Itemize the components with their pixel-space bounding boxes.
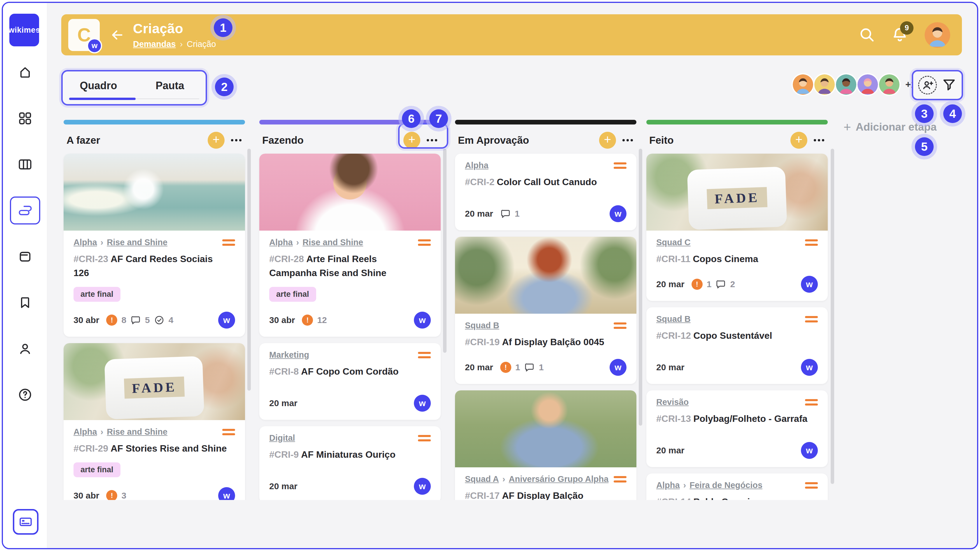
add-card-button[interactable]: + (599, 132, 616, 149)
link-separator: › (503, 474, 506, 484)
wikimee-logo[interactable]: wikimee (10, 14, 39, 46)
sidebar-item-profile[interactable] (10, 335, 40, 363)
drag-handle-icon[interactable] (614, 321, 627, 329)
member-avatar-member-1[interactable] (792, 73, 815, 96)
search-button[interactable] (858, 26, 875, 44)
drag-handle-icon[interactable] (614, 474, 627, 483)
add-card-button[interactable]: + (791, 132, 807, 149)
drag-handle-icon[interactable] (418, 238, 431, 246)
kanban-card[interactable]: Squad B#CRI-12Copo Sustentável20 marw (646, 307, 828, 384)
add-card-button[interactable]: + (403, 132, 420, 149)
overdue-count: 1 (707, 279, 712, 289)
breadcrumb-parent-link[interactable]: Demandas (133, 40, 176, 49)
back-button[interactable] (109, 27, 126, 43)
view-tabs: Quadro Pauta (61, 70, 207, 106)
card-project-link[interactable]: Rise and Shine (302, 238, 363, 247)
column-scrollbar[interactable] (830, 149, 834, 484)
member-avatar-member-3[interactable] (835, 73, 858, 96)
member-avatar-member-2[interactable] (813, 73, 836, 96)
card-footer: 20 marw (269, 395, 431, 412)
column-scrollbar[interactable] (639, 149, 642, 426)
card-project-link[interactable]: Alpha (465, 160, 488, 170)
kanban-card[interactable]: Alpha›Rise and Shine#CRI-28Arte Final Re… (259, 154, 441, 337)
drag-handle-icon[interactable] (418, 433, 431, 441)
member-avatar-member-5[interactable] (878, 73, 900, 96)
board-column-4: Feito+FADESquad C#CRI-11Copos Cinema20 m… (646, 120, 828, 500)
kanban-card[interactable]: Alpha›Rise and Shine#CRI-23AF Card Redes… (64, 154, 245, 337)
sidebar-item-projects[interactable] (10, 243, 40, 270)
kanban-card[interactable]: Alpha#CRI-2Color Call Out Canudo20 mar1w (455, 154, 636, 230)
sidebar-item-boards[interactable] (10, 151, 40, 178)
drag-handle-icon[interactable] (222, 427, 235, 435)
sidebar-item-help[interactable] (10, 381, 40, 409)
sidebar-item-demands-active[interactable] (10, 197, 40, 224)
card-title-row: #CRI-19Af Display Balção 0045 (465, 335, 627, 349)
kanban-card[interactable]: Marketing#CRI-8AF Copo Com Cordão20 marw (259, 343, 441, 420)
card-due-date: 20 mar (656, 362, 684, 372)
assignee-avatar: w (801, 276, 818, 293)
card-project-link[interactable]: Alpha (73, 427, 97, 437)
card-title: AF Stories Rise and Shine (111, 443, 227, 454)
workspace-logo[interactable]: C w (68, 19, 100, 51)
drag-handle-icon[interactable] (805, 314, 818, 322)
column-menu-button[interactable] (622, 136, 633, 144)
kanban-card[interactable]: FADESquad C#CRI-11Copos Cinema20 mar!12w (646, 154, 828, 301)
column-scrollbar[interactable] (443, 149, 447, 353)
kanban-card[interactable]: Alpha›Feira de Negócios#CRI-14Balde Cerv… (646, 473, 828, 500)
column-menu-button[interactable] (813, 136, 825, 144)
search-icon (858, 26, 875, 43)
card-title-row: #CRI-9AF Miniaturas Ouriço (269, 448, 431, 462)
drag-handle-icon[interactable] (222, 238, 235, 246)
notifications-button[interactable]: 9 (891, 26, 908, 44)
card-project-link[interactable]: Rise and Shine (107, 427, 167, 437)
card-project-link[interactable]: Marketing (269, 350, 309, 360)
person-avatar-icon (793, 75, 813, 95)
drag-handle-icon[interactable] (418, 350, 431, 358)
card-project-link[interactable]: Revisão (656, 397, 689, 407)
card-footer: 20 marw (656, 359, 818, 376)
column-title: Feito (649, 134, 784, 146)
sidebar-item-apps[interactable] (10, 104, 40, 132)
card-due-date: 30 abr (269, 315, 295, 325)
card-project-link[interactable]: Alpha (73, 238, 97, 247)
project-menu-button[interactable] (226, 22, 232, 37)
card-project-link[interactable]: Digital (269, 433, 295, 443)
sidebar-item-saved[interactable] (10, 289, 40, 317)
card-project-link[interactable]: Squad B (465, 321, 500, 330)
column-menu-button[interactable] (231, 136, 242, 144)
card-project-link[interactable]: Rise and Shine (107, 238, 167, 247)
member-avatar-member-4[interactable] (856, 73, 879, 96)
drag-handle-icon[interactable] (614, 160, 627, 169)
card-project-link[interactable]: Squad A (465, 474, 499, 484)
drag-handle-icon[interactable] (805, 480, 818, 489)
add-card-button[interactable]: + (208, 132, 224, 149)
card-project-link[interactable]: Squad C (656, 238, 690, 247)
kanban-card[interactable]: Squad B#CRI-19Af Display Balção 004520 m… (455, 237, 636, 384)
drag-handle-icon[interactable] (805, 238, 818, 246)
kanban-card[interactable]: Squad A›Aniversário Grupo Alpha#CRI-17AF… (455, 391, 636, 500)
card-due-date: 30 abr (73, 491, 99, 500)
kanban-card[interactable]: Revisão#CRI-13Polybag/Folheto - Garrafa2… (646, 391, 828, 467)
drag-handle-icon[interactable] (805, 397, 818, 405)
add-member-button[interactable] (918, 76, 937, 94)
column-scrollbar[interactable] (247, 149, 251, 391)
card-project-link[interactable]: Aniversário Grupo Alpha (509, 474, 608, 484)
card-top-row: Alpha›Rise and Shine (73, 238, 235, 247)
filter-button[interactable] (942, 77, 957, 93)
card-project-link[interactable]: Feira de Negócios (689, 480, 762, 490)
sidebar-item-console[interactable] (13, 509, 38, 535)
comments-count: 1 (539, 362, 544, 372)
card-title-row: #CRI-28Arte Final Reels Campanha Rise an… (269, 252, 431, 280)
column-menu-button[interactable] (426, 136, 438, 144)
tab-pauta[interactable]: Pauta (134, 71, 205, 104)
card-project-link[interactable]: Alpha (269, 238, 293, 247)
kanban-card[interactable]: Digital#CRI-9AF Miniaturas Ouriço20 marw (259, 426, 441, 500)
user-avatar[interactable] (924, 22, 950, 48)
card-project-links: Marketing (269, 350, 418, 360)
card-title-row: #CRI-8AF Copo Com Cordão (269, 364, 431, 378)
card-due-date: 20 mar (656, 445, 684, 456)
sidebar-item-home[interactable] (10, 58, 40, 86)
card-project-link[interactable]: Alpha (656, 480, 680, 490)
kanban-card[interactable]: FADEAlpha›Rise and Shine#CRI-29AF Storie… (64, 343, 245, 500)
card-project-link[interactable]: Squad B (656, 314, 690, 324)
